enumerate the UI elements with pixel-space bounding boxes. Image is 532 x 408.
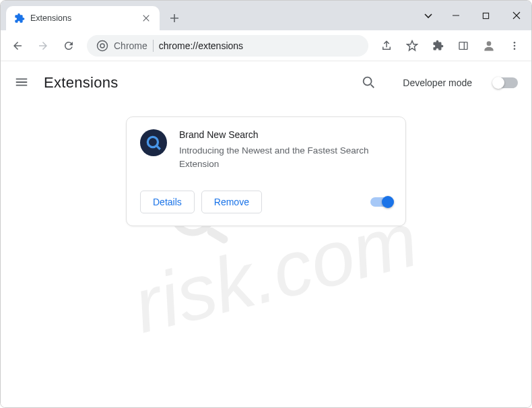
svg-rect-3: [459, 42, 467, 49]
svg-point-4: [487, 41, 492, 46]
extensions-header: Extensions Developer mode: [1, 61, 531, 104]
new-tab-button[interactable]: [165, 9, 184, 28]
extension-description: Introducing the Newest and the Fastest S…: [179, 144, 392, 172]
svg-point-1: [98, 40, 108, 50]
window-controls: [416, 1, 531, 30]
hamburger-menu-button[interactable]: [14, 75, 30, 91]
developer-mode-label: Developer mode: [403, 77, 472, 88]
address-url: chrome://extensions: [159, 40, 359, 51]
svg-rect-9: [205, 226, 229, 244]
puzzle-icon: [14, 13, 25, 24]
page-title: Extensions: [44, 74, 347, 92]
svg-rect-0: [483, 13, 488, 18]
svg-point-5: [514, 42, 516, 44]
remove-button[interactable]: Remove: [201, 191, 262, 213]
svg-point-2: [100, 44, 104, 48]
svg-point-7: [514, 48, 516, 50]
tab-search-button[interactable]: [416, 4, 440, 27]
extension-card: Brand New Search Introducing the Newest …: [126, 116, 406, 226]
reload-button[interactable]: [57, 34, 80, 57]
window-titlebar: Extensions: [1, 1, 531, 30]
tab-strip: Extensions: [1, 1, 416, 30]
maximize-button[interactable]: [471, 4, 501, 27]
search-button[interactable]: [361, 75, 377, 91]
address-separator: [153, 40, 154, 52]
page-content: PCrisk.com Extensions Developer mode Bra…: [1, 61, 531, 407]
back-button[interactable]: [6, 34, 29, 57]
browser-tab[interactable]: Extensions: [6, 6, 160, 30]
menu-button[interactable]: [503, 34, 526, 57]
address-bar[interactable]: Chrome chrome://extensions: [87, 35, 368, 57]
sidepanel-button[interactable]: [452, 34, 475, 57]
extensions-icon[interactable]: [426, 34, 449, 57]
profile-button[interactable]: [477, 34, 500, 57]
svg-point-11: [147, 137, 158, 147]
share-button[interactable]: [375, 34, 398, 57]
chrome-icon: [96, 40, 108, 52]
browser-toolbar: Chrome chrome://extensions: [1, 30, 531, 61]
extension-icon: [140, 129, 167, 156]
forward-button[interactable]: [32, 34, 55, 57]
address-origin-label: Chrome: [114, 40, 147, 51]
svg-point-6: [514, 44, 516, 46]
extension-enable-toggle[interactable]: [370, 197, 392, 207]
bookmark-button[interactable]: [401, 34, 424, 57]
svg-point-10: [364, 77, 372, 86]
minimize-button[interactable]: [440, 4, 471, 27]
close-tab-button[interactable]: [141, 13, 152, 24]
tab-title: Extensions: [30, 13, 135, 23]
developer-mode-toggle[interactable]: [494, 77, 518, 88]
details-button[interactable]: Details: [140, 191, 195, 213]
close-window-button[interactable]: [501, 4, 531, 27]
extension-name: Brand New Search: [179, 129, 392, 140]
